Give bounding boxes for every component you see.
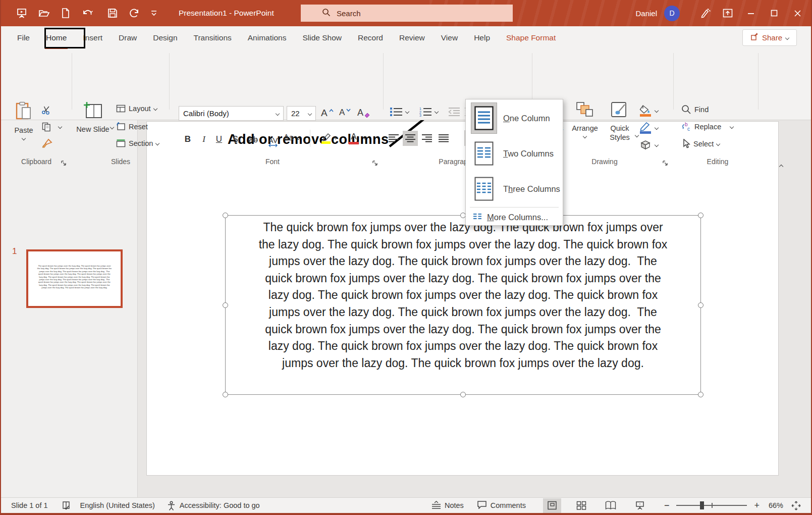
- zoom-out-button[interactable]: −: [664, 500, 670, 511]
- start-slideshow-icon[interactable]: [16, 8, 27, 19]
- align-right-button[interactable]: [419, 131, 435, 146]
- change-case-button[interactable]: Aa: [284, 133, 300, 142]
- font-name-combo[interactable]: Calibri (Body): [179, 106, 284, 121]
- tab-design[interactable]: Design: [145, 26, 185, 49]
- redo-icon[interactable]: [129, 8, 140, 19]
- save-button[interactable]: [107, 8, 118, 19]
- drawing-dialog-launcher[interactable]: [662, 160, 669, 167]
- language-indicator[interactable]: English (United States): [80, 501, 155, 509]
- menu-item-three-columns[interactable]: Three Columns: [466, 171, 563, 207]
- underline-button[interactable]: U: [213, 130, 225, 146]
- text-shadow-button[interactable]: S: [229, 130, 241, 146]
- share-button[interactable]: Share: [742, 29, 797, 46]
- cut-button[interactable]: [41, 106, 51, 115]
- ribbon-display-options-icon[interactable]: [716, 0, 739, 26]
- tab-view[interactable]: View: [433, 26, 466, 49]
- align-center-button[interactable]: [403, 131, 418, 146]
- quick-styles-button[interactable]: Quick Styles: [605, 101, 635, 149]
- notes-button[interactable]: Notes: [431, 501, 464, 510]
- tab-insert[interactable]: Insert: [75, 26, 111, 49]
- font-size-combo[interactable]: 22: [287, 106, 316, 121]
- new-slide-button[interactable]: New Slide: [77, 101, 109, 149]
- italic-button[interactable]: I: [198, 130, 210, 146]
- strikethrough-button[interactable]: ab: [246, 130, 260, 146]
- character-spacing-button[interactable]: AV: [265, 130, 281, 146]
- accessibility-icon[interactable]: [167, 501, 176, 510]
- new-file-icon[interactable]: [61, 8, 71, 19]
- resize-handle-bottom-center[interactable]: [460, 392, 466, 397]
- bullets-button[interactable]: [390, 107, 409, 117]
- tab-home[interactable]: Home: [38, 26, 75, 49]
- tab-help[interactable]: Help: [466, 26, 498, 49]
- undo-button[interactable]: [81, 8, 96, 19]
- numbering-button[interactable]: 123: [419, 107, 438, 117]
- resize-handle-mid-right[interactable]: [698, 302, 703, 308]
- zoom-in-button[interactable]: +: [754, 500, 760, 511]
- slide-indicator[interactable]: Slide 1 of 1: [11, 501, 48, 509]
- zoom-slider-handle[interactable]: [700, 501, 704, 509]
- clear-formatting-button[interactable]: A: [357, 108, 370, 118]
- accessibility-status[interactable]: Accessibility: Good to go: [180, 501, 260, 509]
- font-dialog-launcher[interactable]: [372, 160, 379, 167]
- reading-view-button[interactable]: [602, 498, 620, 513]
- format-painter-button[interactable]: [41, 138, 52, 148]
- fit-slide-to-window-button[interactable]: [791, 501, 801, 510]
- zoom-slider[interactable]: [676, 505, 747, 506]
- decrease-indent-button[interactable]: [448, 107, 460, 117]
- pen-sparkle-icon[interactable]: [693, 0, 716, 26]
- find-button[interactable]: Find: [681, 105, 709, 115]
- select-button[interactable]: Select: [681, 139, 720, 149]
- bold-button[interactable]: B: [182, 130, 194, 146]
- search-input[interactable]: Search: [301, 5, 513, 22]
- menu-item-two-columns[interactable]: Two Columns: [466, 136, 563, 171]
- zoom-level[interactable]: 66%: [769, 501, 783, 509]
- normal-view-button[interactable]: [543, 498, 561, 513]
- text-highlight-chevron[interactable]: [334, 136, 337, 139]
- resize-handle-bottom-left[interactable]: [223, 392, 228, 397]
- close-button[interactable]: [786, 0, 809, 26]
- font-color-chevron[interactable]: [363, 136, 366, 139]
- resize-handle-bottom-right[interactable]: [698, 392, 703, 397]
- customize-qat-icon[interactable]: [150, 10, 157, 17]
- increase-font-size-button[interactable]: A: [321, 108, 334, 119]
- minimize-button[interactable]: [739, 0, 763, 26]
- avatar[interactable]: D: [664, 6, 680, 21]
- slide-thumbnail[interactable]: The quick brown fox jumps over the lazy …: [26, 249, 123, 308]
- text-highlight-button[interactable]: [318, 130, 333, 146]
- tab-review[interactable]: Review: [391, 26, 433, 49]
- justify-button[interactable]: [436, 131, 451, 146]
- font-color-button[interactable]: A: [347, 130, 360, 146]
- tab-shape-format[interactable]: Shape Format: [498, 26, 564, 49]
- clipboard-dialog-launcher[interactable]: [61, 160, 68, 167]
- shape-fill-button[interactable]: [639, 105, 658, 117]
- shape-outline-button[interactable]: [639, 122, 658, 134]
- menu-item-one-column[interactable]: One Column: [466, 100, 563, 136]
- arrange-button[interactable]: Arrange: [569, 101, 601, 149]
- section-button[interactable]: Section: [116, 139, 159, 147]
- tab-transitions[interactable]: Transitions: [186, 26, 240, 49]
- slide[interactable]: Add or remove columns The quick brown fo…: [146, 121, 779, 476]
- shape-effects-button[interactable]: [639, 139, 658, 151]
- open-file-icon[interactable]: [38, 8, 50, 19]
- spell-check-icon[interactable]: [62, 501, 71, 510]
- slide-sorter-view-button[interactable]: [572, 498, 590, 513]
- resize-handle-top-left[interactable]: [223, 213, 228, 218]
- tab-slide-show[interactable]: Slide Show: [294, 26, 350, 49]
- tab-file[interactable]: File: [9, 26, 38, 49]
- slide-body-text[interactable]: The quick brown fox jumps over the lazy …: [229, 219, 697, 372]
- resize-handle-top-right[interactable]: [698, 213, 703, 218]
- tab-animations[interactable]: Animations: [240, 26, 295, 49]
- align-left-button[interactable]: [386, 131, 401, 146]
- paste-button[interactable]: Paste: [12, 101, 35, 149]
- tab-draw[interactable]: Draw: [111, 26, 145, 49]
- decrease-font-size-button[interactable]: A: [339, 108, 351, 118]
- text-box[interactable]: The quick brown fox jumps over the lazy …: [225, 215, 701, 395]
- copy-button[interactable]: [41, 122, 62, 132]
- tab-record[interactable]: Record: [350, 26, 391, 49]
- collapse-ribbon-button[interactable]: [780, 161, 783, 170]
- maximize-button[interactable]: [763, 0, 786, 26]
- resize-handle-mid-left[interactable]: [223, 302, 228, 308]
- reset-button[interactable]: Reset: [116, 122, 148, 131]
- slide-show-button[interactable]: [631, 498, 649, 513]
- menu-item-more-columns[interactable]: More Columns...: [466, 210, 563, 225]
